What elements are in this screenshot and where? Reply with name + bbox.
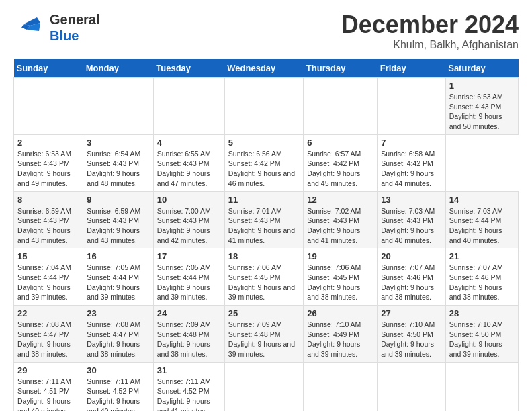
- calendar-cell: 15Sunrise: 7:04 AMSunset: 4:44 PMDayligh…: [14, 248, 83, 306]
- calendar-cell: 20Sunrise: 7:07 AMSunset: 4:46 PMDayligh…: [378, 248, 446, 306]
- day-number: 4: [157, 138, 221, 148]
- day-info: Sunrise: 7:10 AMSunset: 4:49 PMDaylight:…: [307, 320, 373, 359]
- calendar-cell: [14, 78, 83, 135]
- calendar-cell: 4Sunrise: 6:55 AMSunset: 4:43 PMDaylight…: [153, 134, 224, 191]
- calendar-cell: 27Sunrise: 7:10 AMSunset: 4:50 PMDayligh…: [378, 306, 446, 363]
- calendar-table: Sunday Monday Tuesday Wednesday Thursday…: [13, 59, 519, 411]
- day-number: 28: [449, 308, 515, 318]
- calendar-cell: [153, 78, 224, 135]
- calendar-cell: 18Sunrise: 7:06 AMSunset: 4:45 PMDayligh…: [224, 248, 304, 306]
- calendar-cell: [304, 362, 378, 411]
- page-container: General Blue December 2024 Khulm, Balkh,…: [0, 0, 532, 411]
- calendar-cell: 14Sunrise: 7:03 AMSunset: 4:44 PMDayligh…: [445, 191, 518, 248]
- logo: General Blue: [13, 11, 99, 44]
- day-info: Sunrise: 7:10 AMSunset: 4:50 PMDaylight:…: [449, 320, 515, 359]
- calendar-cell: 11Sunrise: 7:01 AMSunset: 4:43 PMDayligh…: [224, 191, 304, 248]
- calendar-cell: 22Sunrise: 7:08 AMSunset: 4:47 PMDayligh…: [14, 306, 83, 363]
- day-number: 9: [87, 195, 150, 205]
- day-number: 5: [228, 138, 300, 148]
- col-sunday: Sunday: [14, 59, 83, 78]
- calendar-cell: 2Sunrise: 6:53 AMSunset: 4:43 PMDaylight…: [14, 134, 83, 191]
- day-number: 7: [381, 138, 442, 148]
- col-monday: Monday: [83, 59, 154, 78]
- day-info: Sunrise: 6:53 AMSunset: 4:43 PMDaylight:…: [17, 149, 79, 189]
- day-info: Sunrise: 7:09 AMSunset: 4:48 PMDaylight:…: [157, 320, 221, 359]
- calendar-week-5: 22Sunrise: 7:08 AMSunset: 4:47 PMDayligh…: [14, 306, 519, 363]
- calendar-cell: 12Sunrise: 7:02 AMSunset: 4:43 PMDayligh…: [304, 191, 378, 248]
- day-number: 14: [449, 195, 515, 205]
- day-number: 27: [381, 308, 442, 318]
- calendar-cell: 17Sunrise: 7:05 AMSunset: 4:44 PMDayligh…: [153, 248, 224, 306]
- day-info: Sunrise: 7:11 AMSunset: 4:52 PMDaylight:…: [157, 377, 221, 411]
- day-number: 29: [17, 365, 79, 375]
- day-info: Sunrise: 7:11 AMSunset: 4:51 PMDaylight:…: [17, 377, 79, 411]
- calendar-cell: 26Sunrise: 7:10 AMSunset: 4:49 PMDayligh…: [304, 306, 378, 363]
- day-number: 19: [307, 251, 373, 261]
- day-number: 1: [449, 81, 515, 91]
- day-number: 26: [307, 308, 373, 318]
- header: General Blue December 2024 Khulm, Balkh,…: [13, 11, 519, 51]
- day-number: 10: [157, 195, 221, 205]
- calendar-cell: 21Sunrise: 7:07 AMSunset: 4:46 PMDayligh…: [445, 248, 518, 306]
- calendar-cell: [83, 78, 154, 135]
- day-info: Sunrise: 7:07 AMSunset: 4:46 PMDaylight:…: [449, 263, 515, 302]
- calendar-cell: 9Sunrise: 6:59 AMSunset: 4:43 PMDaylight…: [83, 191, 154, 248]
- day-number: 20: [381, 251, 442, 261]
- day-info: Sunrise: 6:57 AMSunset: 4:42 PMDaylight:…: [307, 149, 373, 189]
- day-number: 30: [87, 365, 150, 375]
- calendar-cell: 10Sunrise: 7:00 AMSunset: 4:43 PMDayligh…: [153, 191, 224, 248]
- day-number: 17: [157, 251, 221, 261]
- calendar-cell: 31Sunrise: 7:11 AMSunset: 4:52 PMDayligh…: [153, 362, 224, 411]
- day-info: Sunrise: 7:07 AMSunset: 4:46 PMDaylight:…: [381, 263, 442, 302]
- day-number: 13: [381, 195, 442, 205]
- calendar-week-1: 1Sunrise: 6:53 AMSunset: 4:43 PMDaylight…: [14, 78, 519, 135]
- col-tuesday: Tuesday: [153, 59, 224, 78]
- day-info: Sunrise: 7:11 AMSunset: 4:52 PMDaylight:…: [87, 377, 150, 411]
- col-friday: Friday: [378, 59, 446, 78]
- day-number: 24: [157, 308, 221, 318]
- calendar-cell: 7Sunrise: 6:58 AMSunset: 4:42 PMDaylight…: [378, 134, 446, 191]
- day-info: Sunrise: 7:06 AMSunset: 4:45 PMDaylight:…: [307, 263, 373, 302]
- calendar-week-6: 29Sunrise: 7:11 AMSunset: 4:51 PMDayligh…: [14, 362, 519, 411]
- day-number: 6: [307, 138, 373, 148]
- day-info: Sunrise: 6:54 AMSunset: 4:43 PMDaylight:…: [87, 149, 150, 189]
- calendar-week-3: 8Sunrise: 6:59 AMSunset: 4:43 PMDaylight…: [14, 191, 519, 248]
- calendar-cell: [304, 78, 378, 135]
- calendar-cell: 30Sunrise: 7:11 AMSunset: 4:52 PMDayligh…: [83, 362, 154, 411]
- calendar-cell: 23Sunrise: 7:08 AMSunset: 4:47 PMDayligh…: [83, 306, 154, 363]
- day-info: Sunrise: 7:08 AMSunset: 4:47 PMDaylight:…: [87, 320, 150, 359]
- day-info: Sunrise: 7:04 AMSunset: 4:44 PMDaylight:…: [17, 263, 79, 302]
- day-info: Sunrise: 6:59 AMSunset: 4:43 PMDaylight:…: [17, 206, 79, 246]
- day-info: Sunrise: 7:03 AMSunset: 4:43 PMDaylight:…: [381, 206, 442, 246]
- header-row: Sunday Monday Tuesday Wednesday Thursday…: [14, 59, 519, 78]
- day-number: 21: [449, 251, 515, 261]
- day-info: Sunrise: 7:03 AMSunset: 4:44 PMDaylight:…: [449, 206, 515, 246]
- day-number: 18: [228, 251, 300, 261]
- day-info: Sunrise: 6:58 AMSunset: 4:42 PMDaylight:…: [381, 149, 442, 189]
- day-number: 12: [307, 195, 373, 205]
- subtitle: Khulm, Balkh, Afghanistan: [341, 39, 519, 51]
- day-info: Sunrise: 7:06 AMSunset: 4:45 PMDaylight:…: [228, 263, 300, 302]
- calendar-cell: 29Sunrise: 7:11 AMSunset: 4:51 PMDayligh…: [14, 362, 83, 411]
- day-info: Sunrise: 7:01 AMSunset: 4:43 PMDaylight:…: [228, 206, 300, 246]
- calendar-week-4: 15Sunrise: 7:04 AMSunset: 4:44 PMDayligh…: [14, 248, 519, 306]
- calendar-cell: 1Sunrise: 6:53 AMSunset: 4:43 PMDaylight…: [445, 78, 518, 135]
- col-wednesday: Wednesday: [224, 59, 304, 78]
- calendar-week-2: 2Sunrise: 6:53 AMSunset: 4:43 PMDaylight…: [14, 134, 519, 191]
- calendar-cell: 28Sunrise: 7:10 AMSunset: 4:50 PMDayligh…: [445, 306, 518, 363]
- calendar-cell: 6Sunrise: 6:57 AMSunset: 4:42 PMDaylight…: [304, 134, 378, 191]
- day-number: 25: [228, 308, 300, 318]
- day-info: Sunrise: 6:56 AMSunset: 4:42 PMDaylight:…: [228, 149, 300, 189]
- logo-text: General Blue: [50, 11, 99, 44]
- day-number: 22: [17, 308, 79, 318]
- day-number: 31: [157, 365, 221, 375]
- calendar-cell: 16Sunrise: 7:05 AMSunset: 4:44 PMDayligh…: [83, 248, 154, 306]
- title-section: December 2024 Khulm, Balkh, Afghanistan: [341, 11, 519, 51]
- calendar-cell: [378, 78, 446, 135]
- logo-icon: [13, 11, 47, 44]
- day-number: 3: [87, 138, 150, 148]
- day-number: 8: [17, 195, 79, 205]
- day-info: Sunrise: 7:02 AMSunset: 4:43 PMDaylight:…: [307, 206, 373, 246]
- col-thursday: Thursday: [304, 59, 378, 78]
- calendar-cell: [445, 362, 518, 411]
